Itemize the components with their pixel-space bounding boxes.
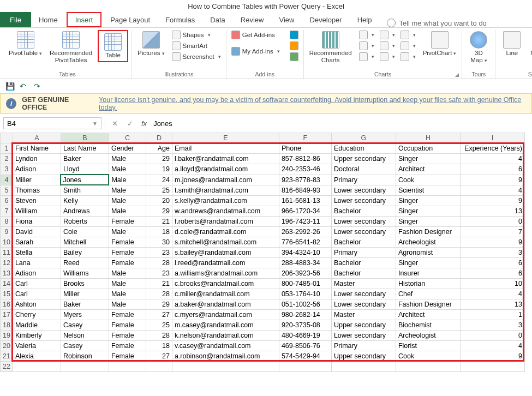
row-header[interactable]: 3 — [1, 164, 13, 175]
column-header-E[interactable]: E — [172, 133, 279, 143]
cell[interactable]: 857-8812-86 — [279, 154, 331, 164]
cell[interactable]: Singer — [396, 206, 460, 217]
cell[interactable]: Architect — [396, 310, 460, 320]
cell[interactable]: t.smith@randatmail.com — [172, 185, 279, 196]
cell[interactable]: 6 — [460, 268, 524, 279]
cell[interactable]: Bachelor — [331, 206, 396, 217]
tab-home[interactable]: Home — [31, 12, 65, 27]
cell[interactable]: Last Name — [61, 143, 109, 154]
tab-formulas[interactable]: Formulas — [158, 12, 202, 27]
cell[interactable]: 3 — [460, 248, 524, 258]
cell[interactable]: Gender — [109, 143, 146, 154]
cell[interactable]: Email — [172, 143, 279, 154]
cell[interactable]: 9 — [460, 237, 524, 248]
row-header[interactable]: 13 — [1, 268, 13, 279]
cell[interactable]: 240-2353-46 — [279, 164, 331, 175]
cell[interactable] — [146, 362, 172, 372]
cell[interactable]: Female — [109, 331, 146, 341]
chart-pie-button[interactable] — [357, 52, 376, 62]
chart-scatter-button[interactable] — [378, 41, 397, 51]
name-box[interactable]: B4 ▼ — [3, 117, 101, 129]
cell[interactable]: David — [13, 227, 61, 237]
cell[interactable]: Master — [331, 310, 396, 320]
cell[interactable]: Baker — [61, 299, 109, 310]
cell[interactable]: 4 — [460, 341, 524, 351]
row-header[interactable]: 18 — [1, 320, 13, 331]
cell[interactable]: Fashion Designer — [396, 299, 460, 310]
cell[interactable]: Female — [109, 217, 146, 227]
cell[interactable]: Reed — [61, 258, 109, 268]
cell[interactable]: Lyndon — [13, 154, 61, 164]
cell[interactable]: Singer — [396, 217, 460, 227]
cell[interactable]: Historian — [396, 279, 460, 289]
cell[interactable]: 9 — [460, 175, 524, 185]
cell[interactable]: Fiona — [13, 217, 61, 227]
cell[interactable]: Lower secondary — [331, 196, 396, 206]
cell[interactable]: Adison — [13, 268, 61, 279]
cell[interactable]: f.roberts@randatmail.com — [172, 217, 279, 227]
cell[interactable]: c.miller@randatmail.com — [172, 289, 279, 299]
cell[interactable]: Cook — [396, 175, 460, 185]
3d-map-button[interactable]: 3D Map — [465, 30, 492, 65]
column-header-C[interactable]: C — [109, 133, 146, 143]
cell[interactable]: 25 — [146, 185, 172, 196]
cell[interactable]: Agronomist — [396, 248, 460, 258]
cell[interactable]: 6 — [460, 258, 524, 268]
cell[interactable]: 20 — [146, 196, 172, 206]
column-header-G[interactable]: G — [331, 133, 396, 143]
recommended-pivottables-button[interactable]: Recommended PivotTables — [47, 30, 94, 65]
cell[interactable]: 469-8506-76 — [279, 341, 331, 351]
row-header[interactable]: 2 — [1, 154, 13, 164]
cell[interactable]: Miller — [61, 289, 109, 299]
cell[interactable]: m.casey@randatmail.com — [172, 320, 279, 331]
cell[interactable]: 23 — [146, 248, 172, 258]
cell[interactable]: Bachelor — [331, 258, 396, 268]
cell[interactable]: Upper secondary — [331, 320, 396, 331]
pivotchart-button[interactable]: PivotChart — [421, 30, 459, 58]
cell[interactable]: Lower secondary — [331, 299, 396, 310]
cell[interactable]: 21 — [146, 217, 172, 227]
cell[interactable]: Cole — [61, 227, 109, 237]
cell[interactable]: Male — [109, 164, 146, 175]
row-header[interactable]: 16 — [1, 299, 13, 310]
row-header[interactable]: 14 — [1, 279, 13, 289]
save-button[interactable]: 💾 — [5, 82, 14, 91]
chart-combo-button[interactable] — [399, 52, 417, 62]
cell[interactable] — [172, 362, 279, 372]
cell[interactable] — [109, 362, 146, 372]
cell[interactable]: Stella — [13, 248, 61, 258]
row-header[interactable]: 8 — [1, 217, 13, 227]
cell[interactable]: Miller — [13, 175, 61, 185]
people-graph-button[interactable] — [288, 41, 300, 51]
chart-column-button[interactable] — [357, 30, 376, 40]
cell[interactable]: l.baker@randatmail.com — [172, 154, 279, 164]
cell[interactable]: Cherry — [13, 310, 61, 320]
cell[interactable]: w.andrews@randatmail.com — [172, 206, 279, 217]
cell[interactable]: l.reed@randatmail.com — [172, 258, 279, 268]
cell[interactable]: Bachelor — [331, 268, 396, 279]
cancel-formula-button[interactable]: ✕ — [109, 117, 121, 129]
cell[interactable]: Female — [109, 320, 146, 331]
cell[interactable]: 19 — [146, 164, 172, 175]
cell[interactable]: 30 — [146, 237, 172, 248]
cell[interactable]: Male — [109, 154, 146, 164]
cell[interactable]: 0 — [460, 217, 524, 227]
row-header[interactable]: 15 — [1, 289, 13, 299]
cell[interactable]: 28 — [146, 289, 172, 299]
cell[interactable] — [331, 362, 396, 372]
tab-data[interactable]: Data — [202, 12, 232, 27]
redo-button[interactable]: ↷ — [34, 82, 43, 91]
cell[interactable]: 053-1764-10 — [279, 289, 331, 299]
cell[interactable]: Mitchell — [61, 237, 109, 248]
cell[interactable]: Archeologist — [396, 331, 460, 341]
cell[interactable]: First Name — [13, 143, 61, 154]
cell[interactable]: Cook — [396, 351, 460, 362]
chart-area-button[interactable] — [399, 30, 417, 40]
cell[interactable]: Female — [109, 310, 146, 320]
tab-developer[interactable]: Developer — [302, 12, 349, 27]
row-header[interactable]: 21 — [1, 351, 13, 362]
row-header[interactable]: 1 — [1, 143, 13, 154]
cell[interactable]: Smith — [61, 185, 109, 196]
cell[interactable]: Education — [331, 143, 396, 154]
cell[interactable]: 28 — [146, 258, 172, 268]
